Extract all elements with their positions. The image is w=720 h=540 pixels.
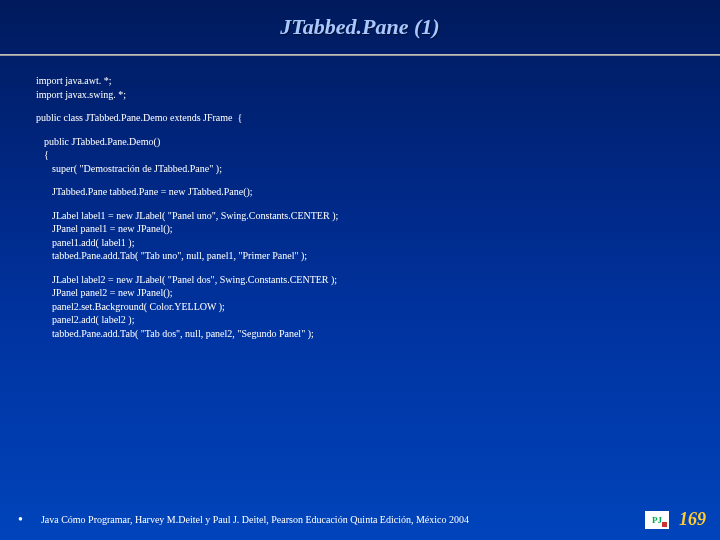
footer-citation: Java Cómo Programar, Harvey M.Deitel y P… <box>41 514 645 525</box>
code-line: JTabbed.Pane tabbed.Pane = new JTabbed.P… <box>36 185 710 199</box>
title-area: JTabbed.Pane (1) <box>0 0 720 48</box>
code-line: super( "Demostración de JTabbed.Pane" ); <box>36 162 710 176</box>
code-line: import javax.swing. *; <box>36 88 710 102</box>
code-line: JPanel panel1 = new JPanel(); <box>36 222 710 236</box>
code-line: public class JTabbed.Pane.Demo extends J… <box>36 111 710 125</box>
content-area: import java.awt. *; import javax.swing. … <box>0 56 720 340</box>
code-line: { <box>36 148 710 162</box>
code-line: panel2.add( label2 ); <box>36 313 710 327</box>
code-line: JLabel label1 = new JLabel( "Panel uno",… <box>36 209 710 223</box>
page-number: 169 <box>679 509 706 530</box>
code-line: panel2.set.Background( Color.YELLOW ); <box>36 300 710 314</box>
bullet-icon: • <box>18 512 23 528</box>
code-line: tabbed.Pane.add.Tab( "Tab uno", null, pa… <box>36 249 710 263</box>
code-line: JLabel label2 = new JLabel( "Panel dos",… <box>36 273 710 287</box>
code-line: import java.awt. *; <box>36 74 710 88</box>
slide-title: JTabbed.Pane (1) <box>280 14 439 39</box>
code-line: panel1.add( label1 ); <box>36 236 710 250</box>
code-line: public JTabbed.Pane.Demo() <box>36 135 710 149</box>
publisher-logo: PJ <box>645 511 669 529</box>
footer: • Java Cómo Programar, Harvey M.Deitel y… <box>0 509 720 530</box>
code-line: tabbed.Pane.add.Tab( "Tab dos", null, pa… <box>36 327 710 341</box>
code-line: JPanel panel2 = new JPanel(); <box>36 286 710 300</box>
